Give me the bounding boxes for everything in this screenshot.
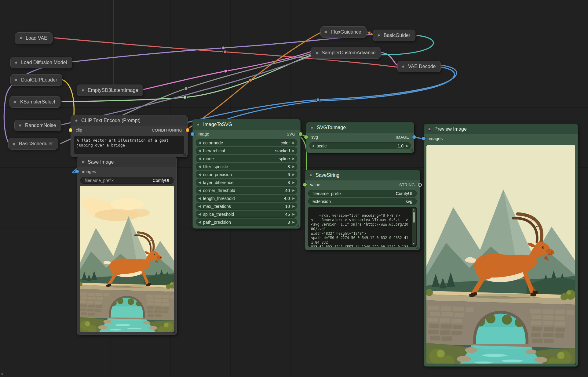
collapse-dot-icon[interactable] <box>14 61 18 64</box>
collapse-dot-icon[interactable] <box>12 142 16 146</box>
collapse-dot-icon[interactable] <box>196 123 200 126</box>
node-save-string[interactable]: SaveString value STRING filename_prefixC… <box>305 170 420 250</box>
node-header[interactable]: SaveString <box>305 170 420 180</box>
socket-image-output[interactable] <box>412 135 416 139</box>
node-samplercustomadvance[interactable]: SamplerCustomAdvance <box>311 47 381 59</box>
node-randomnoise[interactable]: RandomNoise <box>14 120 61 131</box>
widget-scale[interactable]: scale1.0 <box>309 142 411 149</box>
scroll-down-icon[interactable]: ▼ <box>413 243 415 245</box>
reroute-dot[interactable] <box>368 31 371 34</box>
widget-color-precision[interactable]: color_precision6 <box>196 171 297 178</box>
node-svg-to-image[interactable]: SVGToImage svg IMAGE scale1.0 <box>306 122 414 153</box>
widget-layer-difference[interactable]: layer_difference8 <box>196 179 297 186</box>
socket-svg-input[interactable] <box>304 135 308 139</box>
decrement-arrow-icon[interactable] <box>196 211 203 218</box>
node-load-vae[interactable]: Load VAE <box>15 32 53 44</box>
widget-splice-threshold[interactable]: splice_threshold45 <box>196 211 297 218</box>
scroll-up-icon[interactable]: ▲ <box>413 208 415 211</box>
reroute-dot[interactable] <box>224 50 227 54</box>
reroute-dot[interactable] <box>249 79 252 82</box>
field-extension[interactable]: extension.svg <box>308 198 417 205</box>
widget-filter-speckle[interactable]: filter_speckle8 <box>196 163 297 170</box>
node-header[interactable]: CLIP Text Encode (Prompt) <box>71 115 187 126</box>
decrement-arrow-icon[interactable] <box>310 142 316 149</box>
widget-mode[interactable]: modespline <box>196 155 297 162</box>
increment-arrow-icon[interactable] <box>290 211 297 218</box>
field-filename-prefix[interactable]: filename_prefixComfyUI <box>80 177 173 184</box>
node-save-image[interactable]: Save Image images filename_prefixComfyUI <box>77 157 177 335</box>
field-filename-prefix[interactable]: filename_prefixComfyUI <box>308 190 417 197</box>
node-dualcliploader[interactable]: DualCLIPLoader <box>10 74 62 86</box>
increment-arrow-icon[interactable] <box>290 187 297 194</box>
collapse-dot-icon[interactable] <box>324 30 328 34</box>
collapse-dot-icon[interactable] <box>75 119 78 122</box>
widget-path-precision[interactable]: path_precision3 <box>196 219 297 226</box>
node-basicguider[interactable]: BasicGuider <box>373 30 415 41</box>
node-header[interactable]: Preview Image <box>424 124 578 134</box>
node-header[interactable]: Save Image <box>77 157 177 167</box>
socket-svg-output[interactable] <box>299 132 302 136</box>
widget-max-iterations[interactable]: max_iterations10 <box>196 203 297 210</box>
decrement-arrow-icon[interactable] <box>196 219 203 226</box>
collapse-dot-icon[interactable] <box>377 34 381 37</box>
collapse-dot-icon[interactable] <box>19 36 23 40</box>
node-fluxguidance[interactable]: FluxGuidance <box>320 26 367 38</box>
node-emptysd3latentimage[interactable]: EmptySD3LatentImage <box>77 85 143 96</box>
increment-arrow-icon[interactable] <box>290 147 297 154</box>
increment-arrow-icon[interactable] <box>404 142 410 149</box>
reroute-dot[interactable] <box>224 70 228 73</box>
socket-string-output[interactable] <box>418 183 422 187</box>
decrement-arrow-icon[interactable] <box>196 203 203 210</box>
socket-value-input[interactable] <box>303 183 307 187</box>
scrollbar-thumb[interactable] <box>413 212 415 223</box>
socket-images-input[interactable] <box>75 170 79 173</box>
collapse-dot-icon[interactable] <box>401 65 405 68</box>
reroute-dot[interactable] <box>184 87 188 90</box>
decrement-arrow-icon[interactable] <box>196 139 203 146</box>
node-image-to-svg[interactable]: ImageToSVG image SVG colormodecolor hier… <box>192 119 301 229</box>
socket-clip-input[interactable] <box>69 128 72 132</box>
increment-arrow-icon[interactable] <box>290 163 297 170</box>
decrement-arrow-icon[interactable] <box>196 179 203 186</box>
collapse-dot-icon[interactable] <box>310 126 314 129</box>
widget-colormode[interactable]: colormodecolor <box>196 139 297 146</box>
node-header[interactable]: ImageToSVG <box>193 119 300 130</box>
reroute-dot[interactable] <box>183 96 187 99</box>
increment-arrow-icon[interactable] <box>290 139 297 146</box>
svg-output-textarea[interactable]: <?xml version="1.0" encoding="UTF-8"?> <… <box>308 207 417 247</box>
collapse-dot-icon[interactable] <box>18 124 22 127</box>
node-header[interactable]: SVGToImage <box>306 122 414 133</box>
collapse-dot-icon[interactable] <box>309 173 312 177</box>
increment-arrow-icon[interactable] <box>290 219 297 226</box>
increment-arrow-icon[interactable] <box>290 195 297 202</box>
decrement-arrow-icon[interactable] <box>196 171 203 178</box>
scrollbar[interactable]: ▲ ▼ <box>412 208 416 246</box>
collapse-dot-icon[interactable] <box>428 127 431 131</box>
collapse-dot-icon[interactable] <box>81 160 85 164</box>
decrement-arrow-icon[interactable] <box>196 147 203 154</box>
node-ksamplerselect[interactable]: KSamplerSelect <box>9 96 60 108</box>
node-vae-decode[interactable]: VAE Decode <box>397 61 441 72</box>
widget-corner-threshold[interactable]: corner_threshold40 <box>196 187 297 194</box>
graph-canvas[interactable]: Load VAE Load Diffusion Model DualCLIPLo… <box>0 0 588 377</box>
widget-hierarchical[interactable]: hierarchicalstacked <box>196 147 297 154</box>
node-preview-image[interactable]: Preview Image images <box>424 124 578 367</box>
collapse-dot-icon[interactable] <box>315 51 319 55</box>
node-load-diffusion-model[interactable]: Load Diffusion Model <box>10 57 72 68</box>
decrement-arrow-icon[interactable] <box>196 155 203 162</box>
socket-conditioning-output[interactable] <box>186 128 189 132</box>
node-basicscheduler[interactable]: BasicScheduler <box>8 138 58 150</box>
increment-arrow-icon[interactable] <box>290 203 297 210</box>
reroute-dot[interactable] <box>316 98 320 102</box>
prompt-textarea[interactable]: A flat vector art illustration of a goat… <box>74 136 184 154</box>
widget-length-threshold[interactable]: length_threshold4.0 <box>196 195 297 202</box>
node-clip-text-encode[interactable]: CLIP Text Encode (Prompt) clip CONDITION… <box>71 115 188 157</box>
socket-image-input[interactable] <box>191 132 194 136</box>
collapse-dot-icon[interactable] <box>13 100 17 104</box>
decrement-arrow-icon[interactable] <box>196 163 203 170</box>
collapse-dot-icon[interactable] <box>81 89 85 92</box>
collapse-dot-icon[interactable] <box>14 78 18 82</box>
increment-arrow-icon[interactable] <box>290 155 297 162</box>
increment-arrow-icon[interactable] <box>290 171 297 178</box>
socket-images-input[interactable] <box>422 137 425 140</box>
